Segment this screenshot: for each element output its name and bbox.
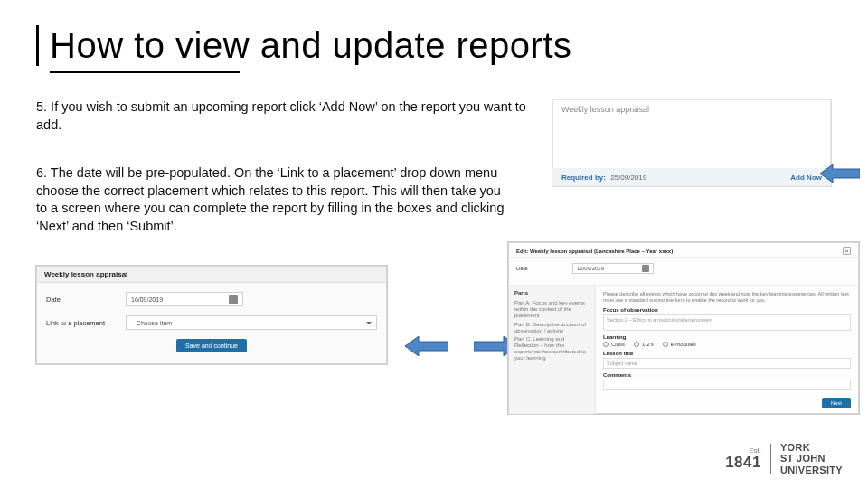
calendar-icon[interactable] [642,265,649,272]
learning-option-emodules[interactable]: e-modules [663,342,696,347]
focus-textarea[interactable]: Section 2 – Ethics in a multicultural en… [603,314,851,331]
arrow-left-icon [820,164,860,183]
link-placement-label: Link to a placement [46,319,126,327]
lesson-title-label: Lesson title [603,351,851,356]
svg-marker-1 [405,336,448,356]
comments-textarea[interactable] [603,380,851,390]
step-5-text: 5. If you wish to submit an upcoming rep… [36,99,542,134]
arrow-left-icon [405,336,448,360]
comments-title: Comments [603,372,851,378]
link-placement-select[interactable]: – Choose item – [126,315,377,330]
next-button[interactable]: Next [822,398,851,408]
est-year: 1841 [725,455,761,470]
chevron-down-icon [366,322,372,324]
parts-item[interactable]: Part A: Focus and key events within the … [514,300,590,319]
detail-date-input[interactable]: 16/09/2019 [572,263,654,274]
parts-header: Parts [514,290,590,296]
focus-title: Focus of observation [603,307,851,313]
learning-title: Learning [603,334,851,340]
save-continue-button[interactable]: Save and continue [176,339,247,352]
step-6-text: 6. The date will be pre-populated. On th… [36,164,506,235]
report-detail-screenshot: Edit: Weekly lesson appraisal (Lancashir… [508,242,859,414]
svg-marker-0 [820,164,860,183]
add-now-link[interactable]: Add Now [790,174,822,182]
title-underline [50,71,240,73]
close-icon[interactable]: × [843,247,851,255]
learning-option-class[interactable]: Class [603,342,625,347]
parts-item[interactable]: Part B: Descriptive account of observati… [514,322,590,334]
lesson-title-input[interactable]: Subject name [603,358,851,369]
date-input[interactable]: 16/09/2019 [126,292,243,306]
report-card-title: Weekly lesson appraisal [552,99,831,114]
date-value: 16/09/2019 [131,296,163,303]
detail-description: Please describe all events which have oc… [603,291,851,303]
detail-date-label: Date [516,266,567,271]
page-title: How to view and update reports [50,25,832,66]
radio-icon [663,342,668,347]
logo-line2: ST JOHN [780,453,843,464]
detail-date-value: 16/09/2019 [577,266,604,271]
logo-line3: UNIVERSITY [780,465,843,475]
parts-item[interactable]: Part C: Learning and Reflection – how th… [514,336,590,361]
logo-divider [770,444,771,474]
radio-icon [634,342,639,347]
required-by-date: 25/09/2019 [610,174,646,182]
appraisal-form-title: Weekly lesson appraisal [37,267,386,283]
link-placement-placeholder: – Choose item – [131,320,177,326]
calendar-icon[interactable] [229,295,238,304]
report-detail-title: Edit: Weekly lesson appraisal (Lancashir… [516,249,673,254]
logo-line1: YORK [780,442,843,453]
date-label: Date [46,296,126,304]
required-by-label: Required by: [561,174,606,182]
learning-option-1to2[interactable]: 1-2's [634,342,654,347]
report-card-screenshot: Weekly lesson appraisal Required by: 25/… [552,99,832,187]
appraisal-form-screenshot: Weekly lesson appraisal Date 16/09/2019 … [36,266,387,364]
radio-icon [603,342,609,347]
university-logo: Est. 1841 YORK ST JOHN UNIVERSITY [725,442,843,475]
